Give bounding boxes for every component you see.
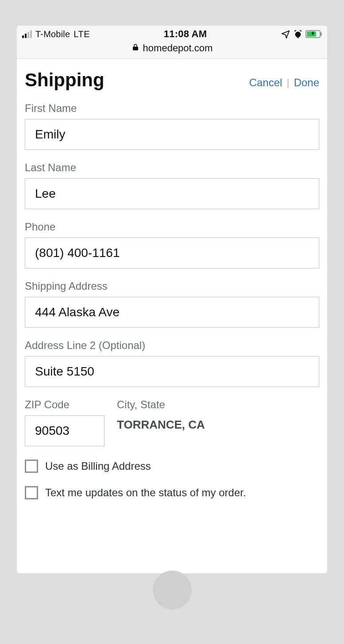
svg-rect-1 (297, 37, 299, 38)
status-bar: T-Mobile LTE 11:08 AM (17, 26, 327, 40)
city-state-field: City, State TORRANCE, CA (117, 399, 319, 432)
browser-chrome: T-Mobile LTE 11:08 AM (17, 26, 327, 59)
address1-label: Shipping Address (25, 280, 319, 292)
status-right (281, 29, 322, 39)
page-title: Shipping (25, 69, 104, 91)
cancel-button[interactable]: Cancel (249, 77, 282, 89)
alarm-icon (293, 29, 303, 39)
text-updates-label: Text me updates on the status of my orde… (45, 487, 246, 499)
browser-screen: T-Mobile LTE 11:08 AM (17, 26, 327, 573)
url-bar[interactable]: homedepot.com (17, 40, 327, 58)
phone-input[interactable] (25, 238, 319, 268)
last-name-label: Last Name (25, 161, 319, 174)
zip-label: ZIP Code (25, 399, 104, 411)
network-label: LTE (73, 29, 90, 39)
lock-icon (131, 43, 139, 54)
last-name-field: Last Name (25, 161, 319, 209)
address2-input[interactable] (25, 356, 319, 387)
url-domain: homedepot.com (143, 42, 213, 54)
text-updates-row: Text me updates on the status of my orde… (25, 486, 319, 499)
first-name-input[interactable] (25, 119, 319, 150)
billing-check-row: Use as Billing Address (25, 460, 319, 473)
city-state-value: TORRANCE, CA (117, 418, 319, 432)
address2-label: Address Line 2 (Optional) (25, 339, 319, 352)
phone-field: Phone (25, 221, 319, 268)
device-frame: T-Mobile LTE 11:08 AM (0, 0, 344, 644)
billing-checkbox[interactable] (25, 460, 38, 473)
svg-point-0 (295, 32, 301, 38)
address1-field: Shipping Address (25, 280, 319, 328)
zip-city-row: ZIP Code City, State TORRANCE, CA (25, 399, 319, 446)
last-name-input[interactable] (25, 178, 319, 209)
done-button[interactable]: Done (294, 77, 319, 89)
address1-input[interactable] (25, 297, 319, 328)
billing-check-label: Use as Billing Address (45, 460, 151, 472)
status-left: T-Mobile LTE (22, 29, 90, 39)
header-actions: Cancel | Done (249, 77, 319, 89)
address2-field: Address Line 2 (Optional) (25, 339, 319, 387)
zip-input[interactable] (25, 415, 104, 446)
city-state-label: City, State (117, 399, 319, 411)
location-icon (281, 29, 290, 39)
battery-icon (305, 30, 322, 38)
carrier-label: T-Mobile (35, 29, 70, 39)
first-name-field: First Name (25, 102, 319, 150)
charging-bolt-icon (310, 31, 316, 37)
header-separator: | (286, 77, 289, 89)
status-center: 11:08 AM (90, 28, 281, 40)
clock-label: 11:08 AM (164, 28, 207, 39)
home-indicator[interactable] (153, 571, 192, 610)
page-content: Shipping Cancel | Done First Name Last N… (17, 59, 327, 499)
text-updates-checkbox[interactable] (25, 486, 38, 499)
signal-icon (22, 30, 32, 38)
phone-label: Phone (25, 221, 319, 233)
zip-field: ZIP Code (25, 399, 104, 446)
first-name-label: First Name (25, 102, 319, 115)
page-header: Shipping Cancel | Done (25, 69, 319, 91)
